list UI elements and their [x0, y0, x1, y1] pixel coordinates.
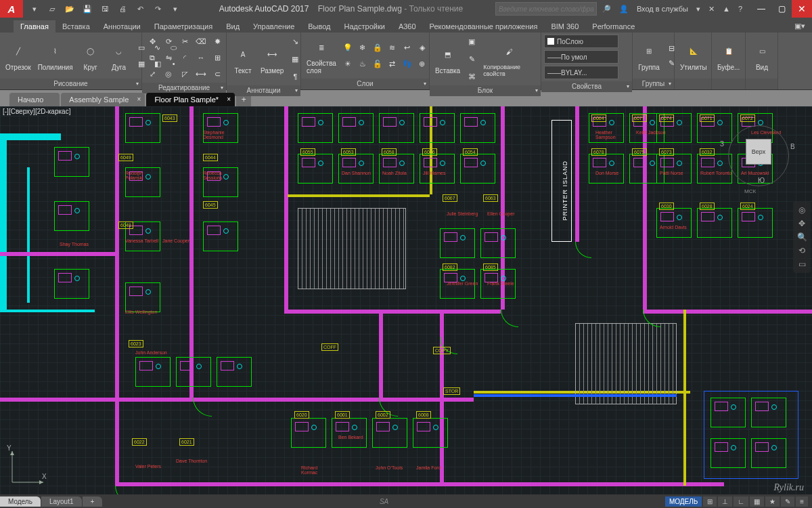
view-button[interactable]: ▭Вид — [748, 39, 775, 72]
orbit-icon[interactable]: ⟲ — [798, 246, 805, 255]
save-icon[interactable]: 💾 — [81, 3, 93, 15]
fillet-icon[interactable]: ◜ — [177, 50, 192, 65]
circle-button[interactable]: ◯Круг — [77, 39, 104, 72]
open-icon[interactable]: 📂 — [64, 3, 76, 15]
clipboard-button[interactable]: 📋Буфе... — [715, 39, 742, 72]
util-button[interactable]: 📐Утилиты — [677, 39, 710, 72]
layout-tab[interactable]: Layout1 — [41, 496, 82, 507]
new-icon[interactable]: ▱ — [46, 3, 58, 15]
insert-button[interactable]: ⬒Вставка — [432, 43, 463, 76]
layer-iso-icon[interactable]: ◈ — [415, 40, 430, 55]
pan-icon[interactable]: ✥ — [798, 219, 805, 228]
close-button[interactable]: ✕ — [792, 0, 812, 18]
minimize-button[interactable]: — — [751, 0, 771, 18]
saveas-icon[interactable]: 🖫 — [99, 3, 111, 15]
status-osnap-icon[interactable]: ★ — [765, 496, 780, 507]
ribbon-tab-performance[interactable]: Performance — [585, 20, 641, 33]
matchprop-button[interactable]: 🖌Копирование свойств — [480, 39, 538, 79]
offset-icon[interactable]: ◎ — [161, 66, 176, 81]
layer-prev-icon[interactable]: ↩ — [400, 40, 415, 55]
close-icon[interactable]: × — [227, 96, 231, 103]
create-block-icon[interactable]: ▣ — [464, 34, 479, 49]
panel-modify-title[interactable]: Редактирование▾ — [142, 83, 226, 93]
menu-dropdown-icon[interactable]: ▾ — [28, 3, 41, 15]
line-button[interactable]: ╱Отрезок — [3, 39, 34, 72]
ribbon-tab-output[interactable]: Вывод — [301, 20, 337, 33]
layer-props-button[interactable]: ≣Свойства слоя — [304, 35, 339, 76]
ribbon-tab-addins[interactable]: Надстройки — [338, 20, 392, 33]
help-icon[interactable]: ? — [736, 5, 744, 13]
edit-block-icon[interactable]: ✎ — [464, 51, 479, 66]
panel-annot-title[interactable]: Аннотации▾ — [227, 85, 300, 96]
viewcube[interactable]: Верх З Ю В МСК — [719, 119, 800, 193]
ucs-icon[interactable]: X Y — [7, 446, 49, 488]
polyline-button[interactable]: ⌇Полилиния — [35, 39, 76, 72]
layer-lock-icon[interactable]: 🔒 — [370, 40, 385, 55]
app-icon[interactable]: A — [0, 0, 23, 18]
layer-change-icon[interactable]: ⇄ — [385, 56, 400, 71]
group-button[interactable]: ⊞Группа — [635, 39, 662, 72]
edit-attr-icon[interactable]: ⌘ — [464, 69, 479, 84]
signin-drop-icon[interactable]: ▾ — [694, 5, 702, 14]
lineweight-combo[interactable]: —— По умол — [544, 50, 618, 64]
status-snap-icon[interactable]: ⊥ — [718, 496, 732, 507]
layer-walk-icon[interactable]: 👣 — [400, 56, 415, 71]
showmotion-icon[interactable]: ▭ — [798, 259, 806, 269]
maximize-button[interactable]: ▢ — [771, 0, 792, 18]
ribbon-tab-featured[interactable]: Рекомендованные приложения — [423, 20, 545, 33]
status-ortho-icon[interactable]: ∟ — [734, 496, 748, 507]
panel-properties-title[interactable]: Свойства▾ — [541, 81, 632, 92]
doc-tab-start[interactable]: Начало — [9, 93, 60, 106]
zoom-extents-icon[interactable]: 🔍 — [797, 232, 807, 242]
qat-more-icon[interactable]: ▾ — [169, 3, 181, 15]
array-icon[interactable]: ⊞ — [210, 50, 225, 65]
drawing-canvas[interactable]: [-][Сверху][2D-каркас] 60436049604460486… — [0, 106, 812, 494]
chamfer-icon[interactable]: ◸ — [177, 66, 192, 81]
ribbon-tab-bim360[interactable]: BIM 360 — [544, 20, 585, 33]
rotate-icon[interactable]: ⟳ — [161, 34, 176, 49]
status-model[interactable]: МОДЕЛЬ — [665, 496, 702, 507]
linetype-combo[interactable]: —— BYLAY... — [544, 66, 618, 79]
compass-west[interactable]: З — [720, 140, 724, 148]
search-input[interactable] — [495, 2, 597, 16]
arc-button[interactable]: ◡Дуга — [106, 39, 133, 72]
dimension-button[interactable]: ⟷Размер — [258, 43, 286, 76]
close-icon[interactable]: × — [137, 96, 141, 103]
doc-tab-floorplan[interactable]: Floor Plan Sample*× — [146, 93, 235, 106]
doc-tab-assembly[interactable]: Assembly Sample× — [61, 93, 145, 106]
panel-draw-title[interactable]: Рисование▾ — [0, 79, 141, 89]
undo-icon[interactable]: ↶ — [134, 3, 146, 15]
a360-icon[interactable]: ▲ — [721, 5, 732, 13]
layer-match-icon[interactable]: ≋ — [385, 40, 400, 55]
ribbon-tab-parametric[interactable]: Параметризация — [148, 20, 219, 33]
viewcube-top-face[interactable]: Верх — [746, 139, 771, 165]
status-lwt-icon[interactable]: ✎ — [781, 496, 794, 507]
compass-east[interactable]: В — [790, 143, 795, 150]
command-hint[interactable]: SA — [103, 498, 665, 505]
steering-wheel-icon[interactable]: ◎ — [798, 205, 805, 215]
layer-off-icon[interactable]: 💡 — [340, 40, 355, 55]
ribbon-tab-view[interactable]: Вид — [219, 20, 246, 33]
compass-south[interactable]: Ю — [758, 177, 765, 184]
layer-unlock-icon[interactable]: 🔓 — [370, 56, 385, 71]
panel-groups-title[interactable]: Группы▾ — [633, 79, 674, 89]
panel-layers-title[interactable]: Слои▾ — [301, 79, 429, 89]
ribbon-tab-annotate[interactable]: Аннотации — [97, 20, 148, 33]
color-combo[interactable]: ПоСлою — [544, 35, 618, 48]
join-icon[interactable]: ⊂ — [210, 66, 225, 81]
layer-thaw-icon[interactable]: ♨ — [355, 56, 370, 71]
redo-icon[interactable]: ↷ — [152, 3, 164, 15]
ribbon-tab-home[interactable]: Главная — [14, 20, 55, 33]
explode-icon[interactable]: ✸ — [210, 34, 225, 49]
search-button-icon[interactable]: 🔎 — [600, 5, 613, 14]
layer-on-icon[interactable]: ☀ — [340, 56, 355, 71]
stretch-icon[interactable]: ↔ — [194, 50, 208, 65]
ribbon-tab-a360[interactable]: A360 — [392, 20, 423, 33]
ribbon-collapse-icon[interactable]: ▣▾ — [788, 20, 812, 33]
plot-icon[interactable]: 🖨 — [116, 3, 129, 15]
lengthen-icon[interactable]: ⟷ — [194, 66, 208, 81]
erase-icon[interactable]: ⌫ — [194, 34, 208, 49]
status-grid-icon[interactable]: ⊞ — [703, 496, 717, 507]
panel-block-title[interactable]: Блок▾ — [430, 85, 541, 96]
move-icon[interactable]: ✥ — [145, 34, 160, 49]
